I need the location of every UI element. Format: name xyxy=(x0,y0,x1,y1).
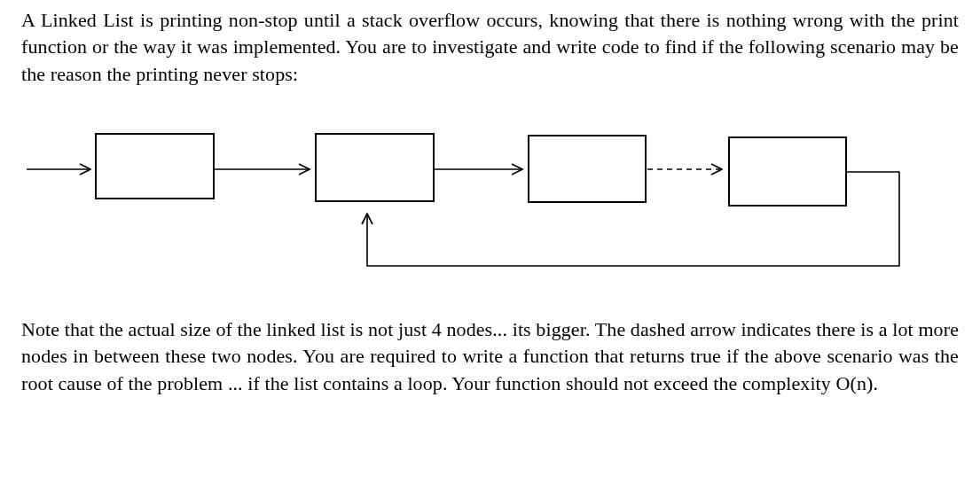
node-3 xyxy=(529,136,646,202)
problem-paragraph-2: Note that the actual size of the linked … xyxy=(21,316,959,397)
problem-paragraph-1: A Linked List is printing non-stop until… xyxy=(21,7,959,88)
node-2 xyxy=(316,134,434,201)
node-1 xyxy=(96,134,214,199)
edge-node4-node2-backedge xyxy=(367,172,899,266)
linked-list-diagram xyxy=(21,114,959,300)
node-4 xyxy=(729,137,846,206)
